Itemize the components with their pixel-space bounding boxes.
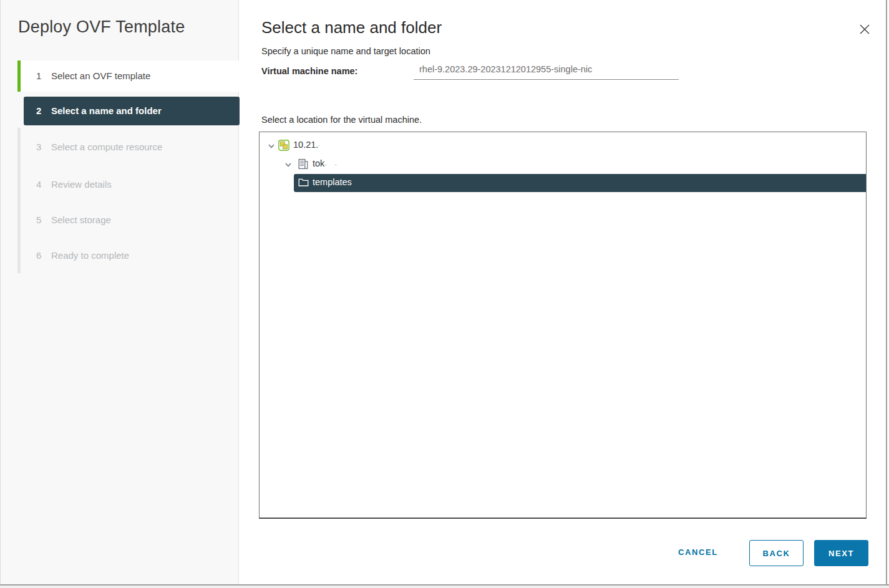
folder-icon xyxy=(298,177,309,188)
sidebar-step-select-compute-resource: 3 Select a compute resource xyxy=(21,142,239,154)
sidebar-step-select-ovf-template[interactable]: 1 Select an OVF template xyxy=(21,60,239,92)
step-number: 5 xyxy=(36,214,41,225)
wizard-content-pane: Select a name and folder Specify a uniqu… xyxy=(240,0,886,584)
chevron-down-icon[interactable] xyxy=(268,142,275,149)
window-below-area xyxy=(0,586,889,588)
tree-node-label: templates xyxy=(313,177,352,187)
tree-node-label: tok- - xyxy=(313,158,340,168)
step-number: 4 xyxy=(36,179,41,190)
sidebar-step-select-name-folder[interactable]: 2 Select a name and folder xyxy=(24,97,240,125)
step-label: Select a compute resource xyxy=(51,142,162,152)
tree-row-datacenter[interactable]: tok- - xyxy=(260,155,866,173)
cancel-button[interactable]: CANCEL xyxy=(678,547,718,557)
step-label: Review details xyxy=(51,179,112,190)
datacenter-icon xyxy=(298,158,309,170)
tree-node-label: 10.21.· xyxy=(293,140,324,150)
sidebar-step-select-storage: 5 Select storage xyxy=(21,214,239,227)
step-number: 6 xyxy=(36,250,41,261)
window-right-border xyxy=(886,0,887,584)
step-number: 2 xyxy=(36,105,41,116)
page-subtitle: Specify a unique name and target locatio… xyxy=(261,46,430,56)
wizard-sidebar: Deploy OVF Template 1 Select an OVF temp… xyxy=(1,0,239,584)
step-number: 1 xyxy=(36,70,41,81)
sidebar-step-review-details: 4 Review details xyxy=(21,179,239,191)
redacted-text: · xyxy=(318,142,323,149)
step-label: Select storage xyxy=(51,214,111,225)
tree-row-templates-selected[interactable]: templates xyxy=(294,174,866,192)
folder-tree: 10.21.· tok- - xyxy=(259,132,867,519)
back-button[interactable]: BACK xyxy=(749,540,804,566)
step-number: 3 xyxy=(36,142,41,152)
vm-name-label: Virtual machine name: xyxy=(261,66,357,76)
chevron-down-icon[interactable] xyxy=(284,160,292,168)
step-label: Select an OVF template xyxy=(51,70,150,81)
step-label: Select a name and folder xyxy=(51,105,162,116)
completed-step-accent-bar xyxy=(17,60,21,92)
page-title: Select a name and folder xyxy=(261,18,442,37)
tree-row-vcenter[interactable]: 10.21.· xyxy=(260,137,866,155)
sidebar-step-ready-to-complete: 6 Ready to complete xyxy=(21,250,239,263)
location-instruction: Select a location for the virtual machin… xyxy=(261,115,422,125)
step-label: Ready to complete xyxy=(51,250,129,261)
vm-name-input[interactable] xyxy=(414,61,679,80)
next-button[interactable]: NEXT xyxy=(814,540,868,566)
window-left-border xyxy=(0,0,1,584)
close-icon[interactable] xyxy=(856,21,873,39)
vcenter-server-icon xyxy=(278,140,289,151)
wizard-title: Deploy OVF Template xyxy=(18,17,185,37)
redacted-text: - - xyxy=(324,161,339,168)
